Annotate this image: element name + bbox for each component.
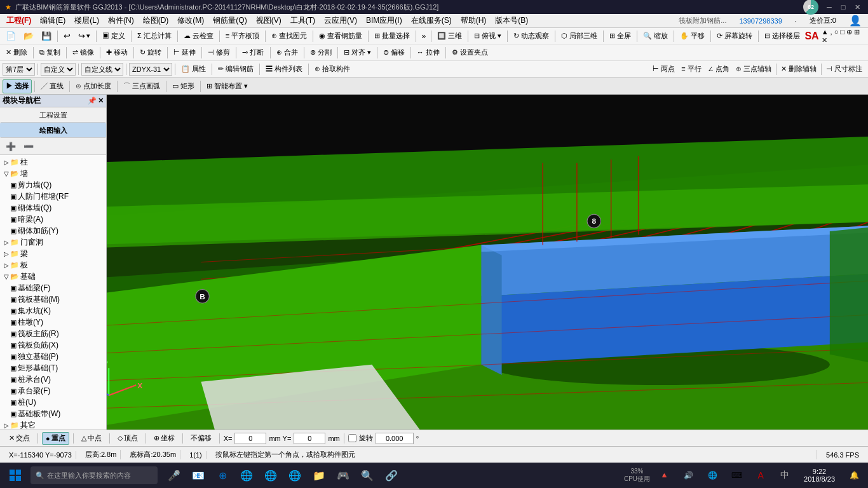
panel-pin-button[interactable]: 📌: [88, 97, 97, 105]
menu-item-draw[interactable]: 绘图(D): [139, 14, 173, 27]
tray-icon-input[interactable]: 中: [773, 464, 796, 487]
point-angle-button[interactable]: ∠ 点角: [705, 62, 733, 76]
snap-endpoint-button[interactable]: ● 重点: [42, 432, 69, 445]
snap-coordinate-button[interactable]: ⊕ 坐标: [150, 432, 179, 445]
align-top-button[interactable]: ≡ 平齐板顶: [222, 29, 262, 43]
tree-item-column[interactable]: ▷ 📁 柱: [0, 156, 106, 168]
start-button[interactable]: [3, 464, 28, 487]
menu-item-view[interactable]: 视图(V): [252, 14, 285, 27]
taskbar-app-ie[interactable]: 🌐: [235, 464, 258, 487]
tray-icon-network[interactable]: 🔺: [653, 464, 675, 487]
delete-button[interactable]: ✕ 删除: [3, 46, 31, 60]
parallel-button[interactable]: ≡ 平行: [678, 62, 704, 76]
snap-intersection-button[interactable]: ✕ 交点: [5, 432, 34, 445]
break-button[interactable]: ⊸ 打断: [239, 46, 267, 60]
smart-layout-button[interactable]: ⊞ 智能布置 ▾: [203, 79, 251, 93]
x-input[interactable]: [234, 433, 266, 444]
taskbar-app-link[interactable]: 🔗: [380, 464, 403, 487]
maximize-button[interactable]: □: [837, 2, 849, 12]
grip-button[interactable]: ⚙ 设置夹点: [449, 46, 491, 60]
menu-item-bim[interactable]: BIM应用(I): [362, 14, 406, 27]
taskbar-app-mic[interactable]: 🎤: [163, 464, 186, 487]
tree-item-foundation-beam[interactable]: ▣ 基础梁(F): [0, 282, 106, 294]
point-length-button[interactable]: ⊙ 点加长度: [72, 79, 114, 93]
code-select[interactable]: ZDYX-31: [129, 63, 172, 76]
menu-item-modify[interactable]: 修改(M): [173, 14, 208, 27]
menu-item-service[interactable]: 在线服务(S): [407, 14, 456, 27]
edit-rebar-button[interactable]: ✏ 编辑钢筋: [215, 62, 257, 76]
rect-tool-button[interactable]: ▭ 矩形: [169, 79, 198, 93]
rotate-input[interactable]: [376, 433, 414, 444]
tray-icon-battery[interactable]: ⌨: [725, 464, 748, 487]
tree-item-other[interactable]: ▷ 📁 其它: [0, 419, 106, 430]
dimension-button[interactable]: ⊣ 尺寸标注: [823, 62, 865, 76]
y-input[interactable]: [294, 433, 325, 444]
open-button[interactable]: 📂: [20, 29, 37, 43]
split-button[interactable]: ⊗ 分割: [307, 46, 335, 60]
taskbar-app-email[interactable]: 📧: [187, 464, 210, 487]
select-tool-button[interactable]: ▶ 选择: [3, 79, 32, 93]
two-point-button[interactable]: ⊢ 两点: [649, 62, 678, 76]
taskbar-app-folder[interactable]: 📁: [308, 464, 330, 487]
tree-item-foundation-strip[interactable]: ▣ 基础板带(W): [0, 408, 106, 419]
more-button[interactable]: »: [419, 32, 428, 41]
redo-button[interactable]: ↪ ▾: [75, 29, 93, 43]
menu-item-tools[interactable]: 工具(T): [287, 14, 319, 27]
taskbar-app-ie2[interactable]: 🌐: [283, 464, 306, 487]
taskbar-app-game[interactable]: 🎮: [332, 464, 355, 487]
tray-icon-sound[interactable]: 🔊: [677, 464, 700, 487]
layer-select[interactable]: 第7层: [3, 63, 35, 76]
menu-item-help[interactable]: 帮助(H): [457, 14, 491, 27]
menu-item-edit[interactable]: 编辑(E): [36, 14, 69, 27]
batch-select-button[interactable]: ⊞ 批量选择: [371, 29, 413, 43]
snap-no-offset-button[interactable]: 不偏移: [187, 432, 215, 445]
rotate-checkbox[interactable]: [348, 434, 356, 442]
new-button[interactable]: 📄: [3, 29, 19, 43]
tree-item-civil-door-wall[interactable]: ▣ 人防门框墙(RF: [0, 191, 106, 202]
tree-item-sump[interactable]: ▣ 集水坑(K): [0, 305, 106, 316]
fullscreen-button[interactable]: ⊞ 全屏: [606, 29, 634, 43]
find-element-button[interactable]: ⊕ 查找图元: [268, 29, 310, 43]
delete-axis-button[interactable]: ✕ 删除辅轴: [778, 62, 820, 76]
add-button[interactable]: ➕: [3, 139, 19, 153]
menu-item-element[interactable]: 构件(N): [104, 14, 138, 27]
tree-item-wall[interactable]: ▽ 📂 墙: [0, 168, 106, 179]
mirror-button[interactable]: ⇌ 镜像: [69, 46, 97, 60]
taskbar-search-box[interactable]: 🔍 在这里输入你要搜索的内容: [31, 466, 158, 484]
tree-item-raft-main-rebar[interactable]: ▣ 筏板主筋(R): [0, 328, 106, 339]
tree-item-foundation[interactable]: ▽ 📂 基础: [0, 271, 106, 282]
save-button[interactable]: 💾: [38, 29, 55, 43]
tree-area[interactable]: ▷ 📁 柱 ▽ 📂 墙 ▣ 剪力墙(Q) ▣ 人防门框墙(RF: [0, 155, 106, 430]
undo-button[interactable]: ↩: [60, 29, 74, 43]
notification-button[interactable]: 🔔: [843, 464, 865, 487]
tree-item-masonry-wall[interactable]: ▣ 砌体墙(Q): [0, 202, 106, 214]
taskbar-app-browser[interactable]: ⊕: [211, 464, 234, 487]
panel-close-button[interactable]: ✕: [98, 97, 104, 105]
tree-item-cap-beam[interactable]: ▣ 承台梁(F): [0, 385, 106, 396]
properties-button[interactable]: 📋 属性: [178, 62, 209, 76]
tree-item-door-window[interactable]: ▷ 📁 门窗洞: [0, 236, 106, 248]
three-point-axis-button[interactable]: ⊕ 三点辅轴: [733, 62, 775, 76]
tab-draw-input[interactable]: 绘图输入: [0, 123, 106, 138]
tray-icon-antivirus[interactable]: A: [749, 464, 772, 487]
stretch-button[interactable]: ↔ 拉伸: [414, 46, 443, 60]
menu-item-file[interactable]: 工程(F): [3, 14, 35, 27]
tree-item-masonry-rebar[interactable]: ▣ 砌体加筋(Y): [0, 225, 106, 236]
cloud-check-button[interactable]: ☁ 云检查: [180, 29, 217, 43]
menu-item-version[interactable]: 版本号(B): [491, 14, 532, 27]
tree-item-column-cap[interactable]: ▣ 柱墩(Y): [0, 316, 106, 328]
taskbar-app-baidu[interactable]: 🔍: [356, 464, 379, 487]
snap-vertex-button[interactable]: ◇ 顶点: [114, 432, 142, 445]
tree-item-slab[interactable]: ▷ 📁 板: [0, 259, 106, 271]
define-button[interactable]: ▣ 定义: [99, 29, 128, 43]
menu-item-floor[interactable]: 楼层(L): [71, 14, 103, 27]
tree-item-pile-cap[interactable]: ▣ 桩承台(V): [0, 374, 106, 385]
3d-button[interactable]: 🔲 三维: [434, 29, 465, 43]
tree-item-raft-neg-rebar[interactable]: ▣ 筏板负筋(X): [0, 339, 106, 351]
def-line-select[interactable]: 自定义线: [81, 63, 123, 76]
rotate-button[interactable]: ↻ 旋转: [137, 46, 165, 60]
move-button[interactable]: ✚ 移动: [103, 46, 131, 60]
menu-item-rebar[interactable]: 钢筋量(Q): [209, 14, 250, 27]
definition-select[interactable]: 自定义: [41, 63, 76, 76]
close-button[interactable]: ✕: [851, 2, 863, 12]
